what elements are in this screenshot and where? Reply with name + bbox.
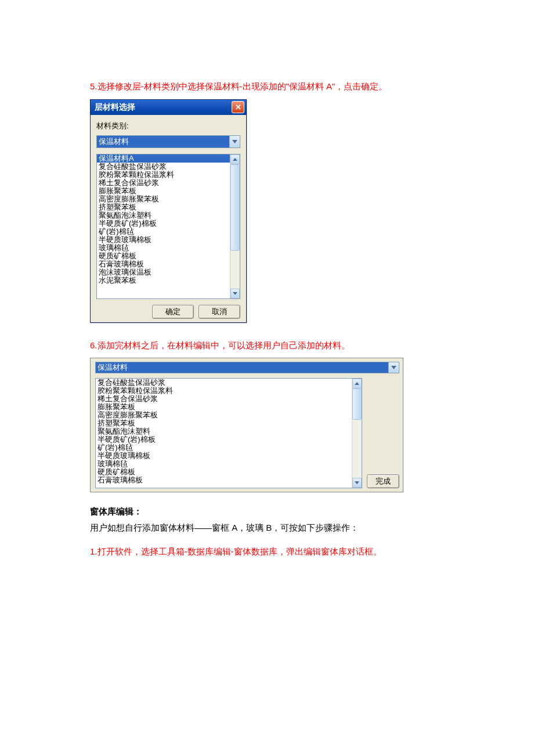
- chevron-down-icon: [233, 292, 237, 295]
- chevron-up-icon: [355, 382, 359, 385]
- list-item[interactable]: 半硬质矿(岩)棉板: [97, 219, 230, 228]
- list-item[interactable]: 挤塑聚苯板: [96, 419, 352, 427]
- category-combo[interactable]: 保温材料: [96, 135, 240, 148]
- material-edit-panel: 保温材料 复合硅酸盐保温砂浆胶粉聚苯颗粒保温浆料稀土复合保温砂浆膨胀聚苯板高密度…: [90, 358, 403, 492]
- list-item[interactable]: 稀土复合保温砂浆: [96, 395, 352, 403]
- list-item[interactable]: 复合硅酸盐保温砂浆: [96, 379, 352, 387]
- instruction-step5: 5.选择修改层-材料类别中选择保温材料-出现添加的"保温材料 A"，点击确定。: [90, 80, 444, 93]
- list-item[interactable]: 复合硅酸盐保温砂浆: [97, 163, 230, 171]
- list-item[interactable]: 玻璃棉毡: [96, 460, 352, 468]
- scroll-track[interactable]: [230, 164, 240, 289]
- list-item[interactable]: 膨胀聚苯板: [97, 187, 230, 195]
- instruction-step1b: 1.打开软件，选择工具箱-数据库编辑-窗体数据库，弹出编辑窗体库对话框。: [90, 545, 444, 559]
- scroll-down-button[interactable]: [230, 289, 240, 298]
- list-item[interactable]: 玻璃棉毡: [97, 244, 230, 252]
- chevron-up-icon: [233, 158, 237, 161]
- section-heading: 窗体库编辑：: [90, 506, 444, 517]
- scroll-thumb-2[interactable]: [352, 388, 362, 420]
- list-item[interactable]: 矿(岩)棉毡: [96, 444, 352, 452]
- list-item[interactable]: 胶粉聚苯颗粒保温浆料: [96, 387, 352, 395]
- list-item[interactable]: 胶粉聚苯颗粒保温浆料: [97, 171, 230, 179]
- list-item[interactable]: 聚氨酯泡沫塑料: [97, 211, 230, 219]
- finish-button[interactable]: 完成: [367, 474, 399, 488]
- scroll-up-button-2[interactable]: [352, 379, 362, 388]
- chevron-down-icon: [391, 366, 396, 369]
- scroll-track-2[interactable]: [352, 388, 362, 478]
- chevron-down-icon: [355, 481, 359, 484]
- list-item[interactable]: 石膏玻璃棉板: [97, 260, 230, 268]
- list-item[interactable]: 稀土复合保温砂浆: [97, 179, 230, 187]
- list-item[interactable]: 半硬质矿(岩)棉板: [96, 435, 352, 444]
- list-item[interactable]: 保温材料A: [97, 154, 230, 163]
- listbox-scrollbar[interactable]: [230, 154, 240, 298]
- category-combo-arrow[interactable]: [229, 136, 240, 147]
- list-item[interactable]: 膨胀聚苯板: [96, 403, 352, 411]
- list-item[interactable]: 半硬质玻璃棉板: [96, 452, 352, 460]
- category-label: 材料类别:: [96, 121, 240, 131]
- dialog-titlebar[interactable]: 层材料选择 ✕: [91, 100, 246, 115]
- list-item[interactable]: 挤塑聚苯板: [97, 203, 230, 211]
- material-listbox-2[interactable]: 复合硅酸盐保温砂浆胶粉聚苯颗粒保温浆料稀土复合保温砂浆膨胀聚苯板高密度膨胀聚苯板…: [95, 378, 362, 488]
- close-button[interactable]: ✕: [232, 101, 244, 113]
- category-combo-value[interactable]: 保温材料: [97, 136, 229, 147]
- chevron-down-icon: [232, 140, 237, 143]
- scroll-thumb[interactable]: [230, 164, 240, 251]
- list-item[interactable]: 聚氨酯泡沫塑料: [96, 427, 352, 435]
- list-item[interactable]: 高密度膨胀聚苯板: [96, 411, 352, 419]
- cancel-button[interactable]: 取消: [199, 305, 240, 319]
- scroll-down-button-2[interactable]: [352, 478, 362, 488]
- material-list-items-2: 复合硅酸盐保温砂浆胶粉聚苯颗粒保温浆料稀土复合保温砂浆膨胀聚苯板高密度膨胀聚苯板…: [96, 379, 352, 488]
- list-item[interactable]: 硬质矿棉板: [96, 468, 352, 476]
- material-type-combo-arrow[interactable]: [388, 362, 399, 373]
- section-body: 用户如想自行添加窗体材料——窗框 A，玻璃 B，可按如下步骤操作：: [90, 521, 444, 535]
- material-listbox[interactable]: 保温材料A复合硅酸盐保温砂浆胶粉聚苯颗粒保温浆料稀土复合保温砂浆膨胀聚苯板高密度…: [96, 154, 240, 299]
- scroll-up-button[interactable]: [230, 154, 240, 164]
- panel2-combo-row: 保温材料: [95, 362, 399, 373]
- dialog-body: 材料类别: 保温材料 保温材料A复合硅酸盐保温砂浆胶粉聚苯颗粒保温浆料稀土复合保…: [91, 115, 246, 322]
- instruction-step6: 6.添加完材料之后，在材料编辑中，可以选择用户自己添加的材料。: [90, 339, 444, 352]
- list-item[interactable]: 半硬质玻璃棉板: [97, 236, 230, 244]
- list-item[interactable]: 高密度膨胀聚苯板: [97, 195, 230, 203]
- layer-material-dialog: 层材料选择 ✕ 材料类别: 保温材料 保温材料A复合硅酸盐保温砂浆胶粉聚苯颗粒保…: [90, 99, 247, 323]
- list-item[interactable]: 石膏玻璃棉板: [96, 476, 352, 484]
- dialog-title: 层材料选择: [95, 102, 135, 113]
- listbox2-scrollbar[interactable]: [352, 379, 362, 488]
- list-item[interactable]: 水泥聚苯板: [97, 276, 230, 285]
- ok-button[interactable]: 确定: [152, 305, 194, 319]
- list-item[interactable]: 矿(岩)棉毡: [97, 228, 230, 236]
- material-type-combo[interactable]: 保温材料: [95, 362, 399, 373]
- panel2-body: 复合硅酸盐保温砂浆胶粉聚苯颗粒保温浆料稀土复合保温砂浆膨胀聚苯板高密度膨胀聚苯板…: [95, 378, 399, 488]
- close-icon: ✕: [235, 103, 241, 111]
- material-list-items: 保温材料A复合硅酸盐保温砂浆胶粉聚苯颗粒保温浆料稀土复合保温砂浆膨胀聚苯板高密度…: [97, 154, 230, 298]
- list-item[interactable]: 硬质矿棉板: [97, 252, 230, 260]
- dialog-button-row: 确定 取消: [96, 305, 240, 319]
- material-type-combo-value: 保温材料: [96, 362, 388, 373]
- finish-button-wrap: 完成: [367, 474, 399, 488]
- list-item[interactable]: 泡沫玻璃保温板: [97, 268, 230, 276]
